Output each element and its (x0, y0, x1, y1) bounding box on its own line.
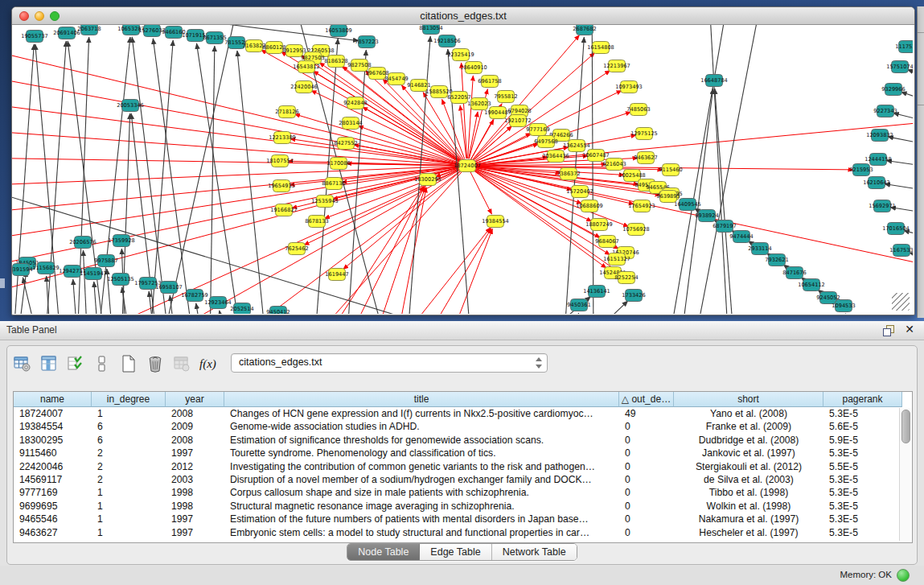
graph-node[interactable]: 1362023 (467, 98, 491, 110)
graph-node[interactable]: 6879197 (713, 220, 736, 233)
graph-node[interactable]: 9450412 (266, 307, 290, 315)
graph-node[interactable]: 1167533 (889, 245, 913, 257)
float-panel-icon[interactable] (883, 325, 893, 336)
table-row[interactable]: 1938455462009Genome-wide association stu… (14, 420, 912, 433)
graph-node[interactable]: 9474444 (729, 231, 753, 243)
graph-node[interactable]: 10756928 (622, 224, 650, 236)
graph-node[interactable]: 8215953 (849, 164, 873, 176)
table-settings-icon[interactable] (12, 353, 33, 374)
graph-node[interactable]: 18640910 (460, 62, 487, 74)
graph-node[interactable]: 10654112 (798, 279, 825, 291)
graph-node[interactable]: 9242848 (343, 97, 367, 109)
graph-node[interactable]: 1094533 (832, 300, 855, 312)
graph-node[interactable]: 8186328 (324, 56, 347, 68)
memory-status-led-icon[interactable] (897, 569, 910, 582)
select-checks-icon[interactable] (65, 353, 86, 374)
close-panel-icon[interactable]: ✕ (905, 323, 914, 336)
table-source-select[interactable]: citations_edges.txt (231, 353, 548, 373)
column-header-5[interactable]: short (674, 392, 823, 407)
column-header-4[interactable]: △ out_de… (619, 392, 674, 407)
graph-node[interactable]: 7932621 (765, 254, 788, 266)
tab-node-table[interactable]: Node Table (347, 544, 420, 560)
graph-node[interactable]: 2718126 (275, 106, 298, 118)
table-row[interactable]: 2242004622012Investigating the contribut… (14, 460, 912, 473)
tab-edge-table[interactable]: Edge Table (420, 544, 491, 560)
graph-node[interactable]: 14136141 (583, 286, 610, 298)
table-columns-icon[interactable] (39, 353, 60, 374)
graph-node[interactable]: 12505135 (107, 274, 134, 286)
graph-node[interactable]: 8471676 (782, 267, 806, 279)
graph-node[interactable]: 9227343 (873, 105, 897, 117)
graph-node[interactable]: 19166827 (270, 204, 298, 216)
graph-node[interactable]: 16154808 (587, 42, 614, 54)
graph-node[interactable]: 1619447 (325, 269, 348, 281)
graph-node[interactable]: 15751074 (886, 61, 913, 73)
graph-node[interactable]: 8938924 (695, 210, 718, 222)
table-row[interactable]: 1830029562008Estimation of significance … (14, 434, 912, 447)
column-header-1[interactable]: in_degree (92, 392, 166, 407)
graph-node[interactable]: 1733426 (622, 290, 645, 302)
new-document-icon[interactable] (118, 353, 139, 374)
graph-node[interactable]: 20691406 (53, 27, 80, 39)
window-titlebar[interactable]: citations_edges.txt (12, 7, 914, 25)
table-row[interactable]: 911546021997Tourette syndrome. Phenomeno… (14, 447, 912, 459)
graph-node[interactable]: 9777169 (526, 124, 549, 136)
column-header-3[interactable]: title (224, 392, 619, 407)
column-header-0[interactable]: name (14, 392, 92, 407)
graph-node[interactable]: 19055737 (21, 31, 48, 43)
graph-node[interactable]: 7386372 (556, 168, 580, 180)
graph-node[interactable]: 7485063 (626, 104, 650, 116)
graph-node[interactable]: 8671355 (203, 32, 226, 44)
graph-node[interactable]: 16648784 (700, 75, 728, 87)
graph-node[interactable]: 8867130 (322, 178, 345, 190)
column-header-2[interactable]: year (166, 392, 224, 407)
graph-node[interactable]: 19210772 (504, 115, 532, 127)
graph-node[interactable]: 6216043 (602, 159, 626, 171)
graph-node[interactable]: 8252254 (614, 272, 638, 284)
graph-node[interactable]: 12444158 (864, 154, 892, 166)
table-row[interactable]: 1872400712008Changes of HCN gene express… (14, 407, 912, 420)
graph-node[interactable]: 9684067 (595, 236, 618, 248)
graph-node[interactable]: 8454749 (384, 73, 408, 85)
graph-node[interactable]: 9115460 (659, 164, 682, 176)
graph-node[interactable]: 8427552 (334, 138, 357, 150)
table-row[interactable]: 969969511998Structural magnetic resonanc… (14, 500, 912, 513)
graph-node[interactable]: 8678133 (305, 216, 328, 228)
graph-node[interactable]: 2687682 (573, 25, 596, 35)
graph-node[interactable]: 7857223 (355, 36, 378, 48)
table-row[interactable]: 946554611997Estimation of the future num… (14, 513, 912, 525)
table-row[interactable]: 977716911998Corpus callosum shape and si… (14, 486, 912, 499)
graph-node[interactable]: 15692971 (869, 200, 896, 212)
graph-node[interactable]: 7955812 (494, 91, 517, 103)
graph-node[interactable]: 9329966 (881, 84, 905, 96)
graph-node[interactable]: 12093832 (866, 130, 893, 142)
graph-node[interactable]: 18107554 (266, 155, 294, 167)
graph-node[interactable]: 2933114 (748, 243, 771, 255)
table-scrollbar[interactable] (899, 408, 911, 541)
network-view-window[interactable]: citations_edges.txt 18724007190557372069… (11, 6, 915, 315)
graph-node[interactable]: 20364436 (542, 150, 569, 163)
graph-node[interactable]: 16210643 (863, 177, 890, 189)
graph-node[interactable]: 2803144 (339, 117, 362, 130)
tab-network-table[interactable]: Network Table (492, 544, 577, 560)
graph-node[interactable]: 6961758 (478, 76, 501, 88)
network-canvas[interactable]: 1872400719055737206914062063718106532871… (12, 25, 913, 314)
graph-node[interactable]: 17016504 (882, 223, 910, 235)
graph-node[interactable]: 15720407 (566, 186, 593, 198)
graph-node[interactable]: 16053809 (325, 25, 352, 37)
graph-node[interactable]: 17654923 (628, 200, 655, 212)
graph-node[interactable]: 12213967 (603, 60, 630, 72)
graph-node[interactable]: 16409545 (674, 199, 701, 211)
graph-node[interactable]: 12923464 (204, 297, 232, 309)
graph-node[interactable]: 1117534 (895, 41, 913, 53)
trash-icon[interactable] (145, 353, 166, 374)
table-panel-header[interactable]: Table Panel ✕ (0, 321, 924, 340)
graph-node[interactable]: 9450361 (567, 299, 590, 311)
graph-node[interactable]: 7625462 (285, 243, 308, 255)
rows-icon[interactable] (92, 353, 113, 374)
graph-node[interactable]: 2063718 (77, 25, 101, 35)
graph-node[interactable]: 12325419 (447, 49, 474, 61)
graph-node[interactable]: 9975887 (94, 255, 117, 267)
function-builder-icon[interactable]: f(x) (199, 357, 216, 371)
table-row[interactable]: 1456911722003Disruption of a novel membe… (14, 473, 912, 486)
